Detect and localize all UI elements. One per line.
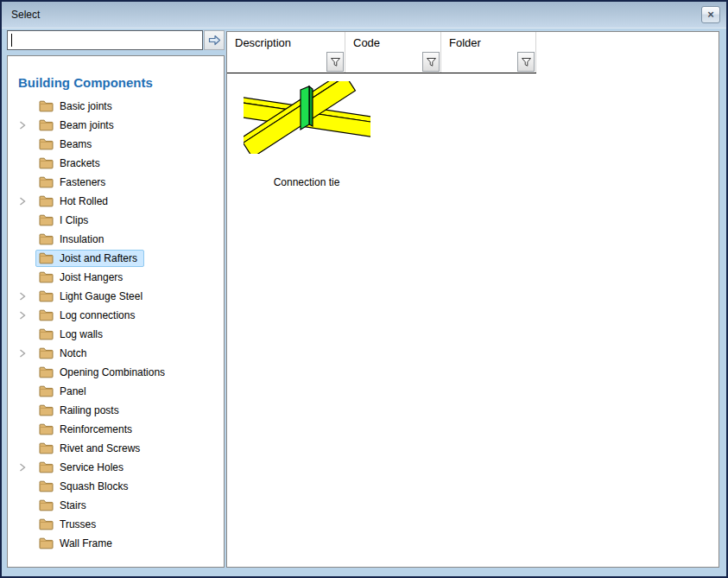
tree-row: Hot Rolled [8,192,224,211]
tree-item[interactable]: Panel [35,383,93,400]
folder-icon [39,537,54,549]
tree-row: Notch [8,344,224,363]
code-filter-input[interactable] [347,55,420,71]
expand-chevron-icon[interactable] [19,462,29,473]
tree-item[interactable]: Stairs [35,497,93,514]
select-dialog: Select × Building Components Basic joint… [0,0,728,578]
column-header-description[interactable]: Description [235,36,291,49]
tree-item[interactable]: Trusses [35,516,103,533]
tree-item[interactable]: Insulation [35,231,111,248]
tree-row: Beam joints [8,116,224,135]
tree-item-label: Notch [60,347,86,359]
folder-filter-input[interactable] [443,55,515,71]
description-filter-input[interactable] [229,55,324,71]
tree-row: Fasteners [8,173,224,192]
expand-chevron-icon[interactable] [19,120,29,130]
tree-item-label: Log connections [60,309,135,321]
tree-row: Trusses [8,515,224,534]
folder-icon [39,404,54,416]
expand-chevron-icon[interactable] [19,348,29,359]
tree-item-label: Joist Hangers [60,271,123,283]
tree-item-label: Railing posts [60,404,119,416]
tree-item[interactable]: Beams [35,136,98,153]
funnel-icon [330,57,341,67]
search-go-button[interactable] [204,30,225,50]
folder-icon [39,328,54,340]
tree-item-label: Beams [60,138,92,150]
tree-item[interactable]: Beam joints [35,117,121,134]
tree-item-label: Stairs [60,499,86,511]
folder-icon [39,518,54,530]
tree-item[interactable]: Fasteners [35,174,112,191]
tree-item[interactable]: Rivet and Screws [35,440,147,457]
tree-item[interactable]: Joist and Rafters [35,250,144,267]
funnel-icon [426,57,437,67]
tree-title: Building Components [18,75,224,90]
funnel-icon [521,57,532,67]
tree-item[interactable]: Notch [35,345,93,362]
folder-icon [39,385,54,397]
tree-item[interactable]: Log connections [35,307,142,324]
description-filter-button[interactable] [326,52,344,72]
right-arrow-icon [208,35,221,46]
tree-item[interactable]: Service Holes [35,459,130,476]
folder-icon [39,499,54,511]
tree-item-label: Brackets [60,157,100,169]
dialog-title: Select [11,9,40,21]
tree-item[interactable]: Brackets [35,155,107,172]
tree-item[interactable]: Basic joints [35,98,119,115]
code-filter-button[interactable] [422,52,440,72]
expand-chevron-icon[interactable] [19,196,29,206]
column-header-folder[interactable]: Folder [449,36,481,49]
close-button[interactable]: × [701,6,720,23]
tree-item[interactable]: Wall Frame [35,535,119,552]
folder-filter-button[interactable] [517,52,535,72]
tree-item-label: Rivet and Screws [60,442,140,454]
column-code: Code [345,32,441,73]
folder-icon [39,480,54,492]
tree-item[interactable]: Railing posts [35,402,126,419]
folder-icon [39,423,54,435]
folder-icon [39,366,54,378]
tree-item[interactable]: Joist Hangers [35,269,130,286]
tree-item-label: I Clips [60,214,88,226]
folder-icon [39,195,54,207]
expand-chevron-icon[interactable] [19,310,29,321]
folder-icon [39,100,54,112]
column-header-code[interactable]: Code [353,36,380,49]
tree-row: Stairs [8,496,224,515]
search-input-wrap [7,30,203,50]
folder-icon [39,138,54,150]
tree-row: Service Holes [8,458,224,477]
tree-row: Squash Blocks [8,477,224,496]
tree-row: Light Gauge Steel [8,287,224,306]
tree-item-label: Log walls [60,328,103,340]
tree-row: Opening Combinations [8,363,224,382]
folder-icon [39,119,54,131]
expand-chevron-icon[interactable] [19,291,29,302]
tree-row: Reinforcements [8,420,224,439]
tree-item-label: Service Holes [60,461,123,473]
tree-item-label: Fasteners [60,176,105,188]
tree-row: Joist and Rafters [8,249,224,268]
tree-item-label: Panel [60,385,86,397]
search-input[interactable] [8,31,202,49]
results-panel: Description Code Folder [226,31,719,568]
folder-icon [39,309,54,321]
tree-item-label: Beam joints [60,119,114,131]
tree-item[interactable]: Log walls [35,326,110,343]
tree-item[interactable]: Squash Blocks [35,478,135,495]
tree-row: Wall Frame [8,534,224,553]
tree-item[interactable]: Reinforcements [35,421,139,438]
results-header-row: Description Code Folder [227,32,536,73]
tree-item-label: Light Gauge Steel [60,290,142,302]
tree-item[interactable]: Hot Rolled [35,193,115,210]
tree-item[interactable]: I Clips [35,212,95,229]
tree-item[interactable]: Light Gauge Steel [35,288,149,305]
tree-item[interactable]: Opening Combinations [35,364,172,381]
column-folder: Folder [441,32,536,73]
tree-row: Railing posts [8,401,224,420]
folder-icon [39,252,54,264]
folder-icon [39,347,54,359]
result-item-connection-tie[interactable]: Connection tie [237,81,376,188]
